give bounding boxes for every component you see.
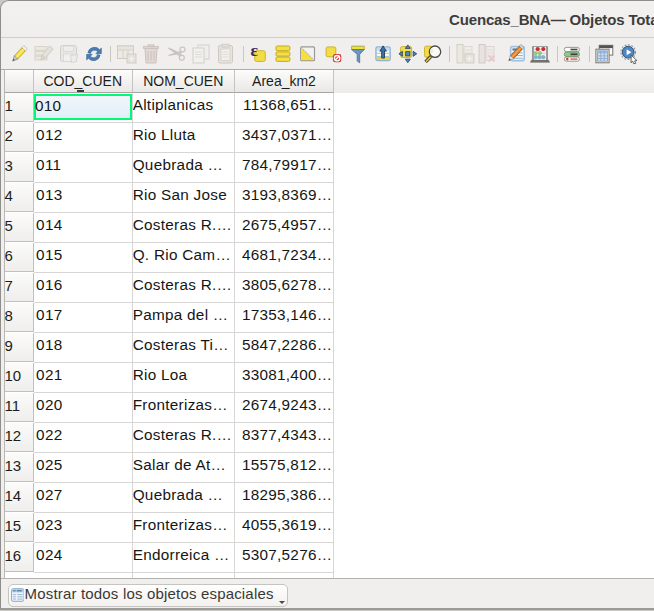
svg-text:ε: ε [250, 42, 258, 60]
